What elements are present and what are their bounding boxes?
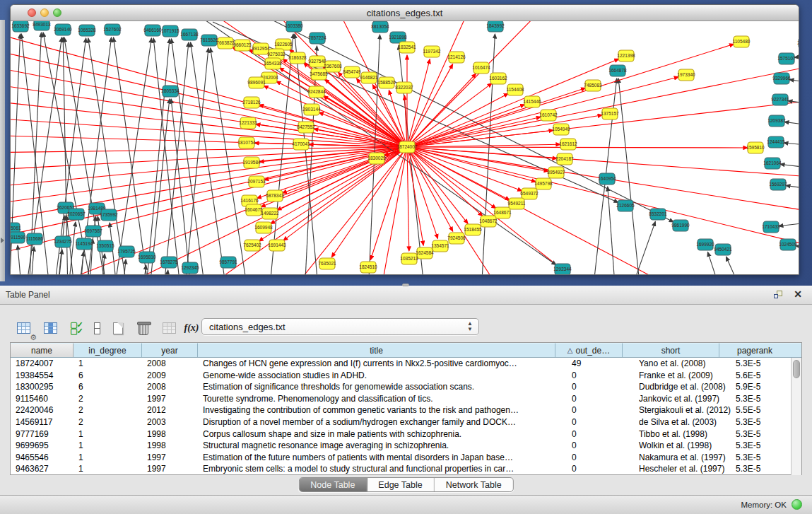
network-node[interactable]: 1154408 [507, 84, 524, 95]
tab-edge-table[interactable]: Edge Table [367, 478, 434, 491]
network-node[interactable]: 9227341 [771, 94, 789, 105]
network-node[interactable]: 6549372 [520, 188, 539, 199]
table-settings-icon[interactable]: ⚙ [13, 317, 34, 339]
network-node[interactable]: 1016474 [472, 62, 490, 74]
network-node[interactable]: 1621064 [763, 158, 782, 169]
network-node[interactable]: 2718126 [242, 97, 261, 108]
network-node[interactable]: 1973340 [677, 69, 695, 81]
select-rows-checks-icon[interactable]: ▢✓▢✓ [66, 317, 87, 339]
network-node[interactable]: 9857791 [219, 257, 237, 268]
network-node[interactable]: 2020657 [67, 209, 86, 220]
splitter-collapse-icon[interactable] [1, 238, 4, 243]
row-height-icon[interactable] [86, 317, 107, 339]
network-canvas[interactable]: 1633692849301320691401065328152760264661… [11, 21, 799, 275]
tab-network-table[interactable]: Network Table [435, 478, 513, 491]
network-node[interactable]: 1065328 [78, 25, 96, 36]
network-node[interactable]: 1221398 [617, 50, 635, 62]
network-node[interactable]: 2805334 [161, 86, 180, 97]
network-node[interactable]: 7625402 [243, 240, 261, 251]
column-header-name[interactable]: name [11, 343, 73, 357]
vertical-scrollbar[interactable] [791, 358, 801, 475]
network-node[interactable]: 1518455 [464, 224, 482, 235]
network-node[interactable]: 1054949 [552, 124, 570, 135]
table-row[interactable]: 1830029562008Estimation of significance … [11, 381, 801, 393]
network-node[interactable]: 8813054 [371, 21, 389, 33]
network-node[interactable]: 1415446 [523, 96, 541, 107]
network-node[interactable]: 1234275 [54, 236, 72, 247]
network-node[interactable]: 1197342 [423, 46, 441, 57]
network-node[interactable]: 1640954 [598, 173, 616, 185]
network-node[interactable]: 7663822 [216, 37, 235, 49]
table-row[interactable]: 1872400712008Changes of HCN gene express… [11, 358, 801, 370]
network-node[interactable]: 1145194 [76, 238, 93, 250]
memory-status-icon[interactable] [792, 499, 802, 510]
network-node[interactable]: 1105480 [733, 36, 751, 47]
network-node[interactable]: 1654338 [264, 58, 282, 69]
network-node[interactable]: 7485083 [584, 80, 602, 91]
network-node[interactable]: 6466160 [143, 25, 162, 36]
select-column-icon[interactable] [40, 317, 61, 339]
network-node[interactable]: 1843992 [486, 21, 505, 32]
network-node[interactable]: 8186328 [288, 52, 307, 64]
network-node[interactable]: 1292345 [181, 262, 199, 274]
network-node[interactable]: 2137419 [797, 37, 799, 49]
network-node[interactable]: 1604675 [245, 204, 263, 216]
network-node[interactable]: 1071915 [161, 25, 180, 37]
network-node[interactable]: 2126605 [616, 200, 635, 211]
network-node[interactable]: 9242844 [307, 86, 326, 98]
column-header-short[interactable]: short [623, 343, 719, 357]
network-node[interactable]: 7615526 [200, 35, 218, 46]
tab-node-table[interactable]: Node Table [299, 478, 367, 491]
network-window-titlebar[interactable]: citations_edges.txt [11, 5, 799, 21]
network-node[interactable]: 1603380 [285, 21, 303, 32]
network-node[interactable]: 9329966 [772, 73, 791, 84]
table-row[interactable]: 946362711997Embryonic stem cells: a mode… [11, 463, 801, 475]
network-node[interactable]: 1710433 [762, 221, 780, 233]
network-node[interactable]: 8427552 [297, 122, 315, 133]
network-node[interactable]: 1830029 [367, 153, 386, 164]
network-node[interactable]: 1691443 [268, 240, 286, 251]
network-node[interactable]: 1115686 [26, 233, 44, 245]
network-node[interactable]: 1832541 [398, 42, 416, 53]
column-header-out-degree[interactable]: △ out_de… [555, 343, 623, 357]
network-node[interactable]: 1292344 [553, 264, 572, 275]
network-node[interactable]: 1695810 [138, 252, 156, 263]
network-node[interactable]: 1354571 [431, 240, 449, 252]
table-selector-dropdown[interactable]: citations_edges.txt ▲▼ [201, 318, 479, 335]
network-node[interactable]: 1214126 [447, 52, 466, 63]
network-node[interactable]: 9660123 [233, 40, 252, 51]
network-node[interactable]: 3475685 [310, 69, 328, 80]
network-node[interactable]: 8322037 [395, 82, 413, 93]
network-node[interactable]: 9146821 [360, 72, 378, 83]
new-table-icon[interactable] [107, 317, 129, 339]
network-node[interactable]: 1648671 [493, 207, 512, 218]
network-node[interactable]: 18724007 [397, 141, 418, 153]
network-node[interactable]: 1495798 [534, 178, 553, 189]
network-node[interactable]: 8954927 [547, 167, 565, 178]
network-node[interactable]: 9450421 [714, 244, 732, 255]
table-row[interactable]: 977716911998Corpus callosum shape and si… [11, 428, 801, 440]
network-node[interactable]: 2803144 [302, 104, 321, 115]
network-node[interactable]: 5878343 [266, 190, 284, 201]
column-header-pagerank[interactable]: pagerank [719, 343, 790, 357]
network-node[interactable]: 2204187 [555, 153, 574, 165]
network-node[interactable]: 1735992 [100, 209, 118, 221]
network-node[interactable]: 8532201 [649, 209, 667, 220]
column-header-in-degree[interactable]: in_degree [73, 343, 142, 357]
network-node[interactable]: 1678275 [160, 257, 178, 268]
network-node[interactable]: 1035213 [400, 253, 418, 264]
network-node[interactable]: 7857224 [308, 33, 326, 44]
network-node[interactable]: 1209387 [767, 115, 786, 127]
network-node[interactable]: 8454749 [343, 66, 361, 78]
float-panel-icon[interactable] [774, 291, 784, 300]
network-node[interactable]: 1575107 [777, 53, 796, 64]
network-node[interactable]: 1795725 [117, 246, 136, 257]
table-row[interactable]: 911546021997Tourette syndrome. Phenomeno… [11, 393, 801, 405]
network-node[interactable]: 1221333 [239, 117, 257, 129]
network-node[interactable]: 1667138 [180, 29, 199, 40]
column-header-year[interactable]: year [142, 343, 198, 357]
table-row[interactable]: 1938455462009Genome-wide association stu… [11, 370, 801, 382]
network-node[interactable]: 1609948 [254, 222, 273, 233]
network-node[interactable]: 1664878 [608, 65, 627, 76]
delete-table-icon[interactable] [133, 317, 154, 339]
